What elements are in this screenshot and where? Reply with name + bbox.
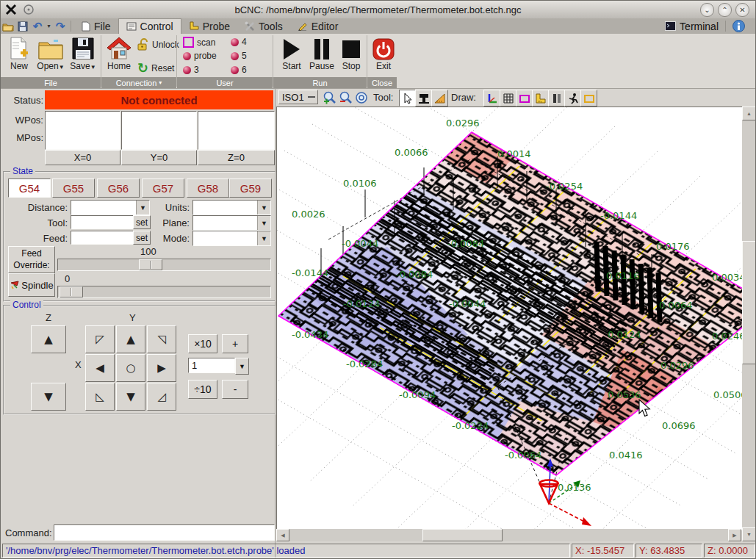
- maximize-button[interactable]: ⌃: [718, 3, 732, 17]
- draw-grid-button[interactable]: [500, 90, 516, 107]
- step-mul10-button[interactable]: ×10: [188, 334, 217, 353]
- undo-dropdown[interactable]: ▾: [45, 18, 53, 34]
- tool-gantry-button[interactable]: [415, 90, 432, 107]
- tab-tools[interactable]: Tools: [237, 18, 290, 34]
- tab-control[interactable]: Control: [118, 18, 181, 34]
- step-div10-button[interactable]: ÷10: [188, 380, 217, 399]
- redo-button[interactable]: ↷: [53, 18, 68, 34]
- command-input[interactable]: [54, 524, 275, 541]
- tool-input[interactable]: [71, 215, 134, 229]
- new-button[interactable]: New: [7, 37, 32, 71]
- tab-probe[interactable]: Probe: [181, 18, 237, 34]
- open-button[interactable]: Open▼: [35, 37, 67, 71]
- info-icon[interactable]: [732, 20, 745, 32]
- chevron-down-icon[interactable]: ▼: [257, 201, 270, 214]
- jog-xy-se-button[interactable]: ◿: [147, 383, 176, 411]
- chevron-down-icon[interactable]: ▼: [136, 201, 149, 214]
- chevron-down-icon[interactable]: ▼: [257, 231, 270, 245]
- home-button[interactable]: Home: [105, 37, 133, 71]
- shade-button[interactable]: ⌄: [700, 3, 714, 17]
- feed-set-button[interactable]: set: [133, 231, 151, 245]
- pause-button[interactable]: Pause: [306, 38, 337, 71]
- draw-ruler-button[interactable]: [532, 90, 549, 107]
- tab-editor[interactable]: Editor: [290, 18, 346, 34]
- draw-axes-button[interactable]: [483, 90, 500, 107]
- gcode-canvas[interactable]: 0.02960.0014-0.0254-0.01440.01760.00340.…: [276, 107, 743, 530]
- tool-ruler-button[interactable]: [431, 90, 448, 107]
- hscrollbar-thumb[interactable]: [422, 529, 503, 541]
- start-button[interactable]: Start: [278, 38, 305, 71]
- plane-combobox[interactable]: ▼: [192, 215, 271, 231]
- vscrollbar-thumb[interactable]: [742, 241, 756, 364]
- view-combobox[interactable]: ISO1: [278, 90, 318, 104]
- jog-y-down-button[interactable]: ▼: [116, 383, 145, 411]
- zero-x-button[interactable]: X=0: [45, 150, 120, 165]
- jog-xy-ne-button[interactable]: ◹: [147, 325, 176, 353]
- spindle-button[interactable]: Spindle: [8, 273, 55, 297]
- wcs-g59-button[interactable]: G59: [229, 178, 272, 198]
- save-toolbutton[interactable]: [15, 18, 30, 34]
- user-button-6[interactable]: 6: [231, 65, 247, 75]
- scroll-left-arrow[interactable]: ◀: [276, 529, 289, 541]
- canvas-vscrollbar[interactable]: ▲ ▼: [742, 107, 756, 541]
- wcs-g56-button[interactable]: G56: [97, 178, 140, 198]
- jog-home-button[interactable]: ○: [116, 354, 145, 382]
- jog-xy-nw-button[interactable]: ◸: [85, 325, 115, 353]
- jog-xy-sw-button[interactable]: ◺: [85, 383, 115, 411]
- panel-divider[interactable]: [275, 88, 276, 559]
- tab-file[interactable]: File: [74, 18, 118, 34]
- save-button[interactable]: Save▼: [68, 37, 98, 71]
- draw-margin-button[interactable]: [516, 90, 533, 107]
- jog-y-up-button[interactable]: ▲: [116, 325, 145, 353]
- zero-y-button[interactable]: Y=0: [121, 150, 197, 165]
- feed-override-slider[interactable]: [57, 259, 271, 271]
- wcs-g54-button[interactable]: G54: [8, 178, 51, 198]
- draw-workarea-button[interactable]: [548, 90, 565, 107]
- stop-button[interactable]: Stop: [339, 38, 364, 71]
- draw-probe-button[interactable]: [564, 90, 581, 107]
- close-button[interactable]: ✕: [735, 3, 749, 17]
- undo-button[interactable]: ↶: [30, 18, 45, 34]
- wcs-g55-button[interactable]: G55: [52, 178, 95, 198]
- mode-combobox[interactable]: ▼: [192, 231, 271, 246]
- open-toolbutton[interactable]: [1, 18, 15, 34]
- step-combobox[interactable]: 1: [188, 358, 235, 373]
- scroll-up-arrow[interactable]: ▲: [742, 107, 756, 120]
- scroll-down-arrow[interactable]: ▼: [742, 527, 756, 541]
- scroll-right-arrow[interactable]: ▶: [728, 529, 741, 541]
- exit-button[interactable]: Exit: [371, 38, 396, 71]
- user-button-3[interactable]: 3: [183, 65, 199, 75]
- reset-button[interactable]: ↻ Reset: [137, 60, 174, 76]
- wcs-g57-button[interactable]: G57: [142, 178, 184, 198]
- jog-x-minus-button[interactable]: ◀: [85, 354, 115, 382]
- wcs-g58-button[interactable]: G58: [187, 178, 229, 198]
- menu-terminal[interactable]: Terminal: [665, 18, 719, 34]
- step-plus-button[interactable]: +: [222, 334, 248, 353]
- zoom-in-button[interactable]: [321, 90, 336, 105]
- tool-select-button[interactable]: [399, 90, 416, 107]
- feed-override-slider-handle[interactable]: [139, 259, 162, 270]
- zoom-fit-button[interactable]: [353, 90, 369, 105]
- jog-x-plus-button[interactable]: ▶: [147, 354, 176, 382]
- spindle-slider-handle[interactable]: [60, 286, 83, 297]
- draw-camera-button[interactable]: [580, 90, 597, 107]
- user-button-4[interactable]: 4: [231, 37, 247, 47]
- feed-input[interactable]: [71, 231, 134, 245]
- user-button-probe[interactable]: probe: [183, 51, 217, 61]
- jog-z-down-button[interactable]: ▼: [31, 383, 66, 411]
- canvas-hscrollbar[interactable]: ◀ ▶: [276, 529, 741, 541]
- chevron-down-icon[interactable]: ▼: [257, 216, 270, 230]
- user-button-5[interactable]: 5: [231, 51, 247, 61]
- feed-override-button[interactable]: Feed Override:: [8, 246, 55, 273]
- step-minus-button[interactable]: -: [222, 380, 248, 399]
- user-button-scan[interactable]: scan: [183, 37, 215, 48]
- zero-z-button[interactable]: Z=0: [198, 150, 275, 165]
- step-combobox-arrow[interactable]: ▼: [235, 358, 249, 375]
- zoom-out-button[interactable]: [337, 90, 353, 105]
- tool-set-button[interactable]: set: [133, 215, 151, 229]
- spindle-slider[interactable]: [57, 286, 271, 298]
- distance-combobox[interactable]: ▼: [71, 200, 150, 215]
- unlock-button[interactable]: Unlock: [137, 38, 179, 51]
- jog-z-up-button[interactable]: ▲: [31, 325, 66, 353]
- units-combobox[interactable]: ▼: [192, 200, 271, 215]
